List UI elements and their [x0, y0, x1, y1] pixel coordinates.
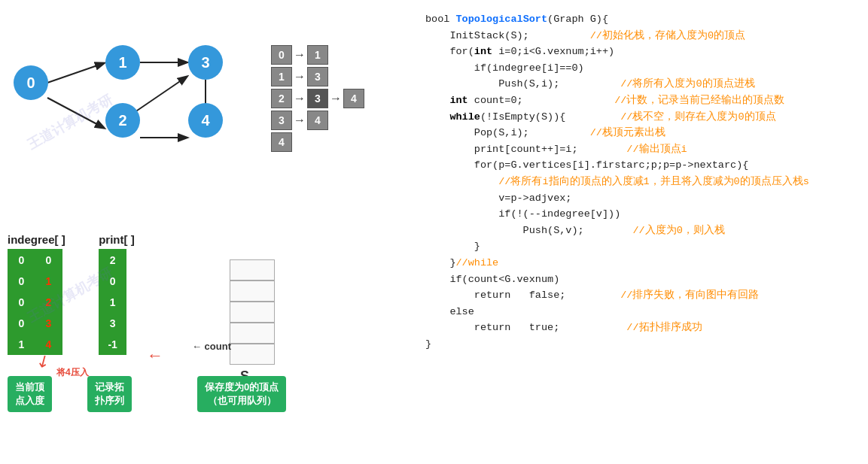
code-plain-18a: return false; [425, 290, 620, 301]
code-line-16: }//while [425, 255, 860, 271]
indegree-val-3: 3 [35, 313, 62, 334]
code-line-4: if(indegree[i]==0) [425, 60, 860, 77]
code-comment-2: //初始化栈，存储入度为0的顶点 [590, 30, 745, 41]
indegree-idx-2: 0 [8, 292, 35, 313]
indegree-row-0: 0 0 [8, 250, 62, 271]
svg-line-1 [47, 98, 104, 128]
indegree-idx-0: 0 [8, 250, 35, 271]
code-line-21: } [425, 336, 860, 353]
adj-row-2: 2 → 3 → 4 [271, 89, 369, 108]
indegree-label: indegree[ ] [8, 233, 65, 246]
svg-line-0 [47, 63, 104, 83]
code-comment-18: //排序失败，有向图中有回路 [620, 290, 759, 301]
print-val-1: 0 [99, 271, 126, 292]
adj-arrow-1: → [294, 70, 306, 83]
code-plain-16a: } [425, 257, 456, 268]
code-line-7: while(!IsEmpty(S)){ //栈不空，则存在入度为0的顶点 [425, 109, 860, 126]
code-plain-8a: Pop(S,i); [425, 127, 590, 138]
code-plain-19a: else [425, 306, 474, 317]
code-line-2: InitStack(S); //初始化栈，存储入度为0的顶点 [425, 28, 860, 44]
print-val-3: 3 [99, 313, 126, 334]
graph-area: 0 1 2 3 4 [8, 23, 248, 173]
code-plain-3a: for( [425, 46, 474, 57]
code-plain-4a: if(indegree[i]==0) [425, 62, 584, 74]
adj-val-2-3: 3 [307, 89, 328, 108]
code-plain-21a: } [425, 338, 431, 350]
code-comment-11: //将所有i指向的顶点的入度减1，并且将入度减为0的顶点压入栈s [498, 176, 809, 187]
node-4: 4 [188, 103, 223, 138]
code-line-13: if(!(--indegree[v])) [425, 206, 860, 223]
code-plain-7a [425, 111, 449, 123]
code-line-12: v=p->adjvex; [425, 190, 860, 207]
code-line-11: //将所有i指向的顶点的入度减1，并且将入度减为0的顶点压入栈s [425, 174, 860, 190]
code-line-5: Push(S,i); //将所有入度为0的顶点进栈 [425, 76, 860, 92]
bottom-area: indegree[ ] 0 0 0 1 0 2 0 3 [8, 233, 399, 355]
node-0: 0 [14, 65, 48, 100]
code-plain-1b: (Graph G){ [547, 14, 608, 25]
print-table: 2 0 1 3 -1 [99, 249, 126, 355]
stack-cell-1 [230, 259, 275, 281]
code-line-20: return true; //拓扑排序成功 [425, 320, 860, 336]
code-comment-8: //栈顶元素出栈 [590, 127, 665, 138]
code-line-17: if(count<G.vexnum) [425, 271, 860, 288]
code-comment-5: //将所有入度为0的顶点进栈 [620, 78, 754, 89]
code-plain-15a: } [425, 241, 480, 252]
code-plain-11a [425, 176, 498, 187]
code-panel: bool TopologicalSort(Graph G){ InitStack… [418, 0, 868, 464]
adj-list: 0 → 1 1 → 3 2 → 3 → 4 3 → 4 4 [271, 45, 369, 154]
code-comment-20: //拓扑排序成功 [626, 322, 702, 333]
print-section: print[ ] 2 0 1 3 -1 [99, 233, 134, 355]
indegree-val-2: 2 [35, 292, 62, 313]
code-plain-17a: if(count<G.vexnum) [425, 274, 559, 285]
indegree-row-1: 0 1 [8, 271, 62, 292]
adj-index-3: 3 [271, 111, 292, 130]
adj-index-0: 0 [271, 45, 292, 65]
label-current-vertex: 当前顶点入度 [8, 376, 52, 412]
code-func: TopologicalSort [456, 14, 548, 25]
count-arrow: ← count [192, 341, 231, 352]
code-line-14: Push(S,v); //入度为0，则入栈 [425, 223, 860, 239]
code-line-6: int count=0; //计数，记录当前已经输出的顶点数 [425, 92, 860, 109]
stack-cells [222, 259, 282, 365]
print-row-1: 0 [99, 271, 126, 292]
indegree-val-1: 1 [35, 271, 62, 292]
adj-val-0-1: 1 [307, 45, 328, 65]
indegree-idx-3: 0 [8, 313, 35, 334]
print-label: print[ ] [99, 233, 134, 246]
code-comment-7: //栈不空，则存在入度为0的顶点 [620, 111, 775, 123]
print-row-4: -1 [99, 334, 126, 355]
label-save-zero: 保存度为0的顶点（也可用队列） [197, 376, 286, 412]
code-plain-2a: InitStack(S); [425, 30, 590, 41]
adj-row-3: 3 → 4 [271, 111, 369, 130]
code-plain-14a: Push(S,v); [425, 225, 632, 236]
node-2: 2 [105, 103, 140, 138]
adj-row-1: 1 → 3 [271, 67, 369, 86]
print-row-2: 1 [99, 292, 126, 313]
red-arrow-print: ← [147, 346, 163, 365]
adj-arrow-2: → [294, 92, 306, 105]
code-plain-3b: i=0;i<G.vexnum;i++) [492, 46, 614, 57]
indegree-table: 0 0 0 1 0 2 0 3 1 4 [8, 249, 62, 355]
code-kw-int1: int [474, 46, 492, 57]
code-line-3: for(int i=0;i<G.vexnum;i++) [425, 44, 860, 60]
adj-row-0: 0 → 1 [271, 45, 369, 65]
indegree-row-4: 1 4 [8, 334, 62, 355]
code-line-8: Pop(S,i); //栈顶元素出栈 [425, 125, 860, 141]
stack-cell-5 [230, 344, 275, 365]
graph-svg [8, 23, 248, 173]
adj-index-2: 2 [271, 89, 292, 108]
code-line-15: } [425, 238, 860, 255]
code-kw-int2: int [449, 95, 468, 106]
code-plain-9a: print[count++]=i; [425, 144, 626, 155]
code-comment-14: //入度为0，则入栈 [632, 225, 724, 236]
stack-cell-2 [230, 281, 275, 302]
adj-index-1: 1 [271, 67, 292, 86]
code-kw-while: while [449, 111, 480, 123]
indegree-section: indegree[ ] 0 0 0 1 0 2 0 3 [8, 233, 65, 355]
indegree-row-3: 0 3 [8, 313, 62, 334]
adj-arrow-3: → [294, 114, 306, 127]
code-line-1: bool TopologicalSort(Graph G){ [425, 11, 860, 28]
bottom-labels: 当前顶点入度 记录拓扑序列 保存度为0的顶点（也可用队列） [8, 376, 286, 412]
adj-val-2-4: 4 [343, 89, 364, 108]
node-1: 1 [105, 45, 140, 80]
